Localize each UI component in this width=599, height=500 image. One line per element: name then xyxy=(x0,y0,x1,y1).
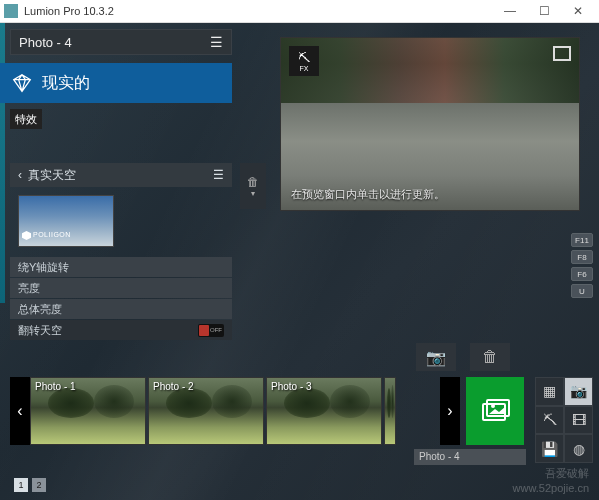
hexagon-icon xyxy=(22,231,31,240)
trash-icon: 🗑 xyxy=(247,175,259,189)
app-body: Photo - 4 ☰ 现实的 特效 ‹ 真实天空 ☰ 🗑 ▾ POLIIGON… xyxy=(0,23,599,500)
panel-header: Photo - 4 ☰ xyxy=(10,29,232,55)
diamond-icon xyxy=(12,73,32,93)
page-2[interactable]: 2 xyxy=(32,478,46,492)
cube-icon: ▦ xyxy=(543,383,556,399)
maximize-button[interactable]: ☐ xyxy=(527,0,561,22)
titlebar: Lumion Pro 10.3.2 — ☐ ✕ xyxy=(0,0,599,23)
sky-brand: POLIIGON xyxy=(33,231,71,238)
tool-model[interactable]: ▦ xyxy=(535,377,564,406)
thumb-4[interactable] xyxy=(384,377,396,445)
chevron-left-icon: ‹ xyxy=(18,168,22,182)
watermark-line2: www.52pojie.cn xyxy=(513,481,589,495)
frame-icon[interactable] xyxy=(553,46,571,61)
close-button[interactable]: ✕ xyxy=(561,0,595,22)
pager: 1 2 xyxy=(14,478,46,492)
mode-toolbar: ▦ 📷 ⛏ 🎞 💾 ◍ xyxy=(535,377,593,463)
page-1[interactable]: 1 xyxy=(14,478,28,492)
key-f6[interactable]: F6 xyxy=(571,267,593,281)
key-f11[interactable]: F11 xyxy=(571,233,593,247)
app-logo-icon xyxy=(4,4,18,18)
thumb-caption: Photo - 4 xyxy=(414,449,526,465)
pictures-icon xyxy=(479,398,511,424)
slider-overall-brightness[interactable]: 总体亮度 xyxy=(10,299,232,319)
thumb-label: Photo - 3 xyxy=(271,381,312,392)
slider-rotation[interactable]: 绕Y轴旋转 xyxy=(10,257,232,277)
camera-button[interactable]: 📷 xyxy=(416,343,456,371)
fx-badge[interactable]: ⛏ FX xyxy=(289,46,319,76)
camera-icon: 📷 xyxy=(570,383,587,399)
key-f8[interactable]: F8 xyxy=(571,250,593,264)
watermark-line1: 吾爱破解 xyxy=(513,466,589,480)
toggle-label: 翻转天空 xyxy=(18,323,198,338)
thumb-3[interactable]: Photo - 3 xyxy=(266,377,382,445)
preview-hint: 在预览窗口内单击以进行更新。 xyxy=(291,187,445,202)
delete-effect-button[interactable]: 🗑 ▾ xyxy=(240,163,266,209)
fx-tab[interactable]: 特效 xyxy=(10,109,42,129)
add-picture-button[interactable] xyxy=(466,377,524,445)
panel-menu-icon[interactable]: ☰ xyxy=(210,34,223,50)
preview-viewport[interactable]: ⛏ FX 在预览窗口内单击以进行更新。 xyxy=(280,37,580,211)
thumb-label: Photo - 1 xyxy=(35,381,76,392)
tool-save[interactable]: 💾 xyxy=(535,434,564,463)
thumb-2[interactable]: Photo - 2 xyxy=(148,377,264,445)
hotkey-buttons: F11 F8 F6 U xyxy=(571,233,593,298)
globe-icon: ◍ xyxy=(573,441,585,457)
style-label: 现实的 xyxy=(42,73,90,94)
thumb-label: Photo - 2 xyxy=(153,381,194,392)
sky-thumbnail[interactable]: POLIIGON xyxy=(18,195,114,247)
tool-panorama[interactable]: ◍ xyxy=(564,434,593,463)
toggle-switch[interactable]: OFF xyxy=(198,324,224,337)
svg-point-2 xyxy=(491,404,495,408)
save-icon: 💾 xyxy=(541,441,558,457)
thumb-1[interactable]: Photo - 1 xyxy=(30,377,146,445)
minimize-button[interactable]: — xyxy=(493,0,527,22)
effect-sliders: 绕Y轴旋转 亮度 总体亮度 翻转天空 OFF xyxy=(10,257,232,340)
effect-name: 真实天空 xyxy=(28,167,76,184)
filmstrip-prev-button[interactable]: ‹ xyxy=(10,377,30,445)
filmstrip-thumbs: Photo - 1 Photo - 2 Photo - 3 xyxy=(30,377,440,445)
worker-icon: ⛏ xyxy=(543,412,557,428)
panel-title: Photo - 4 xyxy=(19,35,210,50)
toggle-flip-sky[interactable]: 翻转天空 OFF xyxy=(10,320,232,340)
tool-build[interactable]: ⛏ xyxy=(535,406,564,435)
film-icon: 🎞 xyxy=(572,412,586,428)
trash-icon: 🗑 xyxy=(482,348,498,366)
key-u[interactable]: U xyxy=(571,284,593,298)
watermark: 吾爱破解 www.52pojie.cn xyxy=(513,466,589,495)
chevron-down-icon: ▾ xyxy=(251,189,255,198)
filmstrip: ‹ Photo - 1 Photo - 2 Photo - 3 › xyxy=(10,377,460,445)
window-title: Lumion Pro 10.3.2 xyxy=(24,5,493,17)
camera-icon: 📷 xyxy=(426,348,446,367)
worker-icon: ⛏ xyxy=(298,51,310,65)
fx-badge-label: FX xyxy=(300,65,309,72)
effect-menu-icon[interactable]: ☰ xyxy=(213,168,224,182)
effect-header[interactable]: ‹ 真实天空 ☰ xyxy=(10,163,232,187)
tool-movie[interactable]: 🎞 xyxy=(564,406,593,435)
slider-brightness[interactable]: 亮度 xyxy=(10,278,232,298)
delete-photo-button[interactable]: 🗑 xyxy=(470,343,510,371)
tool-photo[interactable]: 📷 xyxy=(564,377,593,406)
filmstrip-next-button[interactable]: › xyxy=(440,377,460,445)
style-banner[interactable]: 现实的 xyxy=(0,63,232,103)
